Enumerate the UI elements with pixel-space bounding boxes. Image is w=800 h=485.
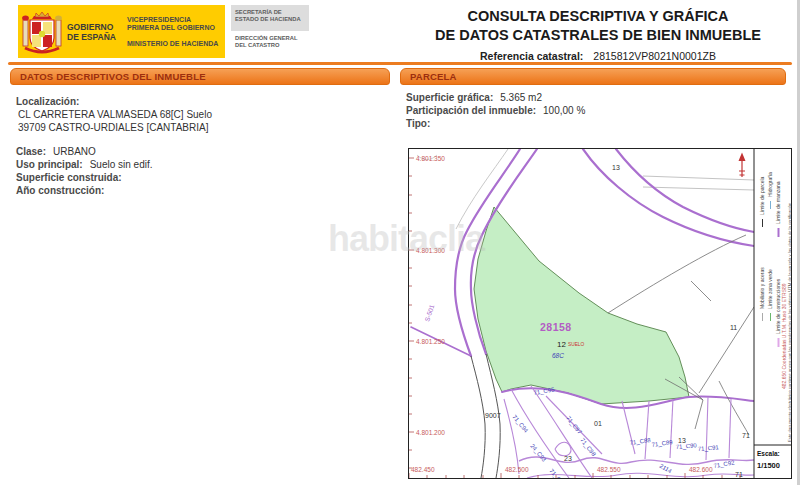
address-line-1: CL CARRETERA VALMASEDA 68[C] Suelo — [16, 108, 386, 121]
ministry-line2: MINISTERIO DE HACIENDA — [127, 40, 223, 48]
participacion-label: Participación del inmueble: — [406, 105, 536, 116]
parcel-number-label: 28158 — [540, 321, 572, 333]
parcel-vline-4 — [729, 399, 731, 458]
parcel-suelo-label: SUELO — [568, 342, 585, 347]
plot-label-9007: 9007 — [485, 412, 501, 419]
property-details-panel: Localización: CL CARRETERA VALMASEDA 68[… — [16, 95, 386, 197]
road-upper-right-line-1 — [616, 149, 754, 232]
clase-label: Clase: — [16, 146, 46, 157]
plot-label-71: 71 — [742, 432, 750, 439]
scale-label: Escala: — [757, 450, 780, 457]
plot-label-71b: 71 — [735, 471, 743, 478]
parcel-vline-1 — [645, 401, 649, 459]
y-coordinate-label: 4.801.200 — [416, 429, 445, 436]
plot-label-23: 23 — [564, 455, 572, 462]
y-coordinate-label: 4.801.300 — [416, 247, 445, 254]
sidewalk-line-top-right-1 — [643, 176, 754, 180]
y-axis-ticks — [409, 158, 414, 468]
anio-construccion-label: Año construcción: — [16, 185, 104, 196]
document-title: CONSULTA DESCRIPTIVA Y GRÁFICA DE DATOS … — [404, 7, 792, 62]
boundary-diagonal-small — [691, 281, 711, 301]
cadastral-map-svg: 4.801.350 4.801.300 4.801.250 4.801.200 … — [409, 149, 791, 478]
spain-coat-of-arms-icon — [21, 8, 63, 56]
legend-entry-zona-verde: Límite zona verde — [767, 269, 773, 309]
construction-label-c88: 71_C88 — [629, 437, 651, 446]
gov-name-line1: GOBIERNO — [67, 22, 125, 32]
x-coordinate-label: 482.500 — [505, 466, 529, 473]
parcel-line-5 — [504, 399, 519, 474]
parcel-line-4 — [622, 401, 635, 454]
tipo-label: Tipo: — [406, 118, 430, 129]
cadastral-map[interactable]: 4.801.350 4.801.300 4.801.250 4.801.200 … — [408, 148, 792, 479]
scale-value: 1/1500 — [757, 461, 780, 470]
header-divider — [8, 62, 792, 65]
section-header-parcela: PARCELA — [400, 68, 786, 85]
parcel-vline-2 — [670, 399, 673, 458]
construction-label-c90: 71_C90 — [676, 442, 698, 450]
x-coordinate-label: 482.550 — [597, 466, 621, 473]
clase-value: URBANO — [53, 146, 96, 157]
boundary-diagonal-11 — [699, 307, 754, 393]
direccion-general-label: DIRECCIÓN GENERAL DEL CATASTRO — [231, 31, 309, 49]
uso-label: Uso principal: — [16, 159, 83, 170]
construction-label-c93: 24_C93 — [529, 443, 548, 463]
parcel-addr-label: 68C — [552, 352, 564, 359]
parcel-polygon[interactable] — [474, 207, 689, 404]
government-logo-box: GOBIERNO DE ESPAÑA VICEPRESIDENCIA PRIME… — [18, 5, 225, 58]
north-compass-icon — [739, 153, 746, 178]
parcel-pocket — [555, 442, 571, 456]
parcel-sub-label: 12 — [557, 340, 566, 349]
road-9007-left-line — [471, 356, 485, 478]
gov-name-line2: DE ESPAÑA — [67, 32, 125, 42]
construction-label-2114: 2114 — [659, 463, 674, 475]
ministry-line1: VICEPRESIDENCIA PRIMERA DEL GOBIERNO — [127, 16, 223, 32]
localizacion-label: Localización: — [16, 95, 386, 108]
legend-entry-manzana: Límite de manzana — [775, 181, 781, 224]
y-coordinate-label: 4.801.250 — [416, 338, 445, 345]
address-line-2: 39709 CASTRO-URDIALES [CANTABRIA] — [16, 121, 386, 134]
boundary-curve-right — [608, 235, 746, 313]
x-coordinate-label: 482.450 — [411, 466, 435, 473]
legend-disclaimer: Este documento electrónico contiene anex… — [787, 202, 791, 442]
uso-value: Suelo sin edif. — [90, 159, 153, 170]
plot-label-11: 11 — [730, 324, 737, 331]
plot-label-13: 13 — [612, 164, 620, 171]
x-coordinate-label: 482.600 — [689, 466, 713, 473]
parcel-line-2 — [531, 386, 592, 478]
secretaria-box: SECRETARÍA DE ESTADO DE HACIENDA — [231, 5, 309, 31]
construction-label-c91: 71_C91 — [698, 444, 720, 452]
superficie-grafica-label: Superficie gráfica: — [406, 92, 493, 103]
legend-entry-limite-parcela: Límite de parcela — [759, 176, 765, 215]
participacion-value: 100,00 % — [543, 105, 585, 116]
superficie-grafica-value: 5.365 m2 — [500, 92, 542, 103]
plot-label-01: 01 — [594, 420, 602, 427]
road-name-label: S-501 — [423, 303, 435, 322]
boundary-curve-bottom-right — [719, 381, 749, 435]
parcel-line-1 — [511, 389, 569, 478]
cadastral-ref-label: Referencia catastral: — [480, 50, 583, 62]
parcel-details-panel: Superficie gráfica:5.365 m2 Participació… — [406, 91, 786, 130]
legend-entry-mobiliario: Mobiliario y aceras — [759, 267, 765, 309]
superficie-construida-label: Superficie construida: — [16, 172, 122, 183]
cadastral-ref-value: 2815812VP8021N0001ZB — [593, 50, 716, 62]
sidewalk-line-top-right-2 — [643, 187, 754, 190]
construction-label-c96: 71_C96 — [548, 468, 567, 478]
section-header-datos-descriptivos: DATOS DESCRIPTIVOS DEL INMUEBLE — [10, 68, 390, 85]
title-line-2: DE DATOS CATASTRALES DE BIEN INMUEBLE — [404, 26, 792, 45]
legend-entry-hidrografia: Hidrografía — [767, 172, 773, 197]
government-header: GOBIERNO DE ESPAÑA VICEPRESIDENCIA PRIME… — [18, 5, 309, 58]
construction-label-c97: 71_C97 — [565, 415, 583, 436]
y-coordinate-label: 4.801.350 — [416, 155, 445, 162]
title-line-1: CONSULTA DESCRIPTIVA Y GRÁFICA — [404, 7, 792, 26]
